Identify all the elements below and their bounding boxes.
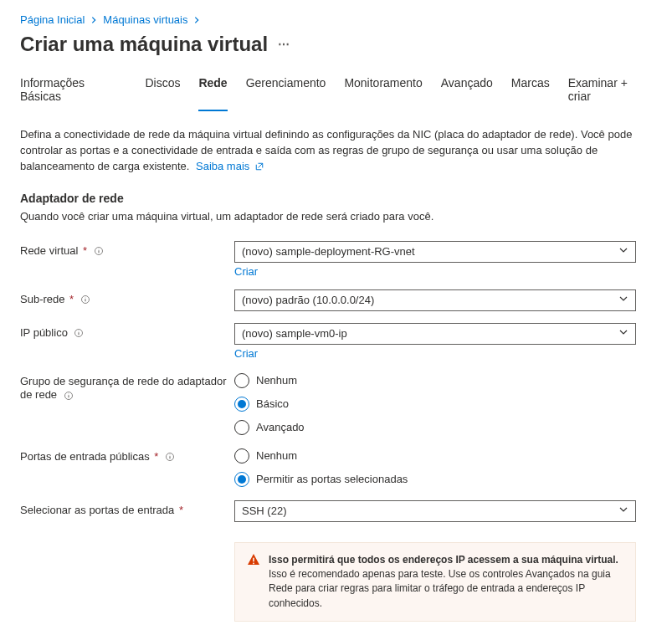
chevron-down-icon [618, 505, 628, 517]
info-icon[interactable] [64, 391, 74, 401]
select-ports-label: Selecionar as portas de entrada * [20, 500, 234, 518]
info-icon[interactable] [165, 452, 175, 462]
info-icon[interactable] [94, 246, 104, 256]
external-link-icon [254, 161, 264, 172]
chevron-right-icon [90, 16, 98, 24]
nsg-option-none[interactable]: Nenhum [234, 373, 636, 388]
info-icon[interactable] [74, 328, 84, 338]
tab-network[interactable]: Rede [198, 76, 227, 111]
chevron-down-icon [618, 294, 628, 306]
nsg-advanced-label: Avançado [256, 421, 305, 433]
inbound-ports-label: Portas de entrada públicas * [20, 447, 234, 464]
chevron-right-icon [192, 16, 201, 24]
section-title: Adaptador de rede [20, 192, 652, 205]
nsg-none-label: Nenhum [256, 374, 297, 387]
warning-message: Isso permitirá que todos os endereços IP… [234, 542, 636, 622]
tab-description: Defina a conectividade de rede da máquin… [20, 127, 639, 175]
required-indicator: * [154, 450, 158, 463]
info-icon[interactable] [80, 295, 90, 305]
nsg-option-advanced[interactable]: Avançado [234, 420, 636, 435]
select-ports-dropdown[interactable]: SSH (22) [234, 500, 636, 522]
required-indicator: * [83, 244, 87, 257]
public-ip-value: (novo) sample-vm0-ip [242, 327, 347, 340]
vnet-dropdown[interactable]: (novo) sample-deployment-RG-vnet [234, 241, 636, 263]
radio-icon [234, 373, 249, 388]
field-public-ip: IP público (novo) sample-vm0-ip Criar [20, 323, 652, 360]
tab-monitoring[interactable]: Monitoramento [344, 76, 422, 111]
radio-icon [234, 472, 249, 487]
public-ip-label: IP público [20, 323, 234, 341]
subnet-value: (novo) padrão (10.0.0.0/24) [242, 294, 374, 306]
inbound-none-label: Nenhum [256, 449, 297, 462]
page-title: Criar uma máquina virtual ⋯ [20, 33, 652, 56]
tab-disks[interactable]: Discos [145, 76, 180, 111]
radio-icon [234, 448, 249, 464]
inbound-option-allow[interactable]: Permitir as portas selecionadas [234, 472, 636, 487]
inbound-ports-radio-group: Nenhum Permitir as portas selecionadas [234, 447, 636, 487]
select-ports-value: SSH (22) [242, 505, 286, 517]
vnet-label: Rede virtual * [20, 241, 234, 259]
subnet-dropdown[interactable]: (novo) padrão (10.0.0.0/24) [234, 289, 636, 311]
tab-advanced[interactable]: Avançado [441, 76, 493, 111]
nsg-radio-group: Nenhum Básico Avançado [234, 371, 636, 435]
radio-icon [234, 397, 249, 412]
tab-review[interactable]: Examinar + criar [568, 76, 652, 111]
tab-basics[interactable]: Informações Básicas [20, 76, 126, 111]
tab-tags[interactable]: Marcas [511, 76, 550, 111]
chevron-down-icon [618, 245, 628, 258]
field-select-ports: Selecionar as portas de entrada * SSH (2… [20, 500, 652, 522]
vnet-value: (novo) sample-deployment-RG-vnet [242, 245, 415, 258]
breadcrumb: Página Inicial Máquinas virtuais [20, 13, 652, 26]
inbound-ports-label-text: Portas de entrada públicas [20, 450, 150, 463]
warning-bold: Isso permitirá que todos os endereços IP… [269, 554, 618, 566]
field-vnet: Rede virtual * (novo) sample-deployment-… [20, 241, 652, 278]
vnet-label-text: Rede virtual [20, 244, 78, 257]
section-subtext: Quando você criar uma máquina virtual, u… [20, 210, 652, 223]
required-indicator: * [179, 504, 183, 516]
inbound-option-none[interactable]: Nenhum [234, 448, 636, 464]
breadcrumb-vms[interactable]: Máquinas virtuais [103, 13, 187, 26]
nsg-basic-label: Básico [256, 397, 289, 410]
nsg-label: Grupo de segurança de rede do adaptador … [20, 371, 234, 403]
warning-text: Isso permitirá que todos os endereços IP… [269, 553, 623, 612]
field-nsg: Grupo de segurança de rede do adaptador … [20, 371, 652, 435]
public-ip-label-text: IP público [20, 326, 68, 339]
required-indicator: * [69, 293, 74, 305]
subnet-label: Sub-rede * [20, 289, 234, 307]
public-ip-create-link[interactable]: Criar [234, 347, 258, 360]
nsg-label-text: Grupo de segurança de rede do adaptador … [20, 375, 226, 402]
public-ip-dropdown[interactable]: (novo) sample-vm0-ip [234, 323, 636, 345]
field-inbound-ports: Portas de entrada públicas * Nenhum Perm… [20, 447, 652, 487]
radio-icon [234, 420, 249, 435]
field-warning: Isso permitirá que todos os endereços IP… [20, 535, 652, 622]
page-title-text: Criar uma máquina virtual [20, 33, 268, 56]
warning-body: Isso é recomendado apenas para teste. Us… [269, 568, 611, 609]
warning-icon [247, 553, 260, 612]
breadcrumb-home[interactable]: Página Inicial [20, 13, 85, 26]
learn-more-link[interactable]: Saiba mais [196, 160, 264, 172]
description-text: Defina a conectividade de rede da máquin… [20, 128, 632, 172]
select-ports-label-text: Selecionar as portas de entrada [20, 504, 174, 516]
vnet-create-link[interactable]: Criar [234, 265, 258, 278]
tabs: Informações Básicas Discos Rede Gerencia… [20, 76, 652, 112]
nsg-option-basic[interactable]: Básico [234, 397, 636, 412]
inbound-allow-label: Permitir as portas selecionadas [256, 473, 408, 485]
more-actions-icon[interactable]: ⋯ [278, 38, 291, 51]
chevron-down-icon [618, 327, 628, 340]
tab-management[interactable]: Gerenciamento [246, 76, 326, 111]
learn-more-text: Saiba mais [196, 160, 249, 172]
field-subnet: Sub-rede * (novo) padrão (10.0.0.0/24) [20, 289, 652, 311]
subnet-label-text: Sub-rede [20, 293, 64, 305]
